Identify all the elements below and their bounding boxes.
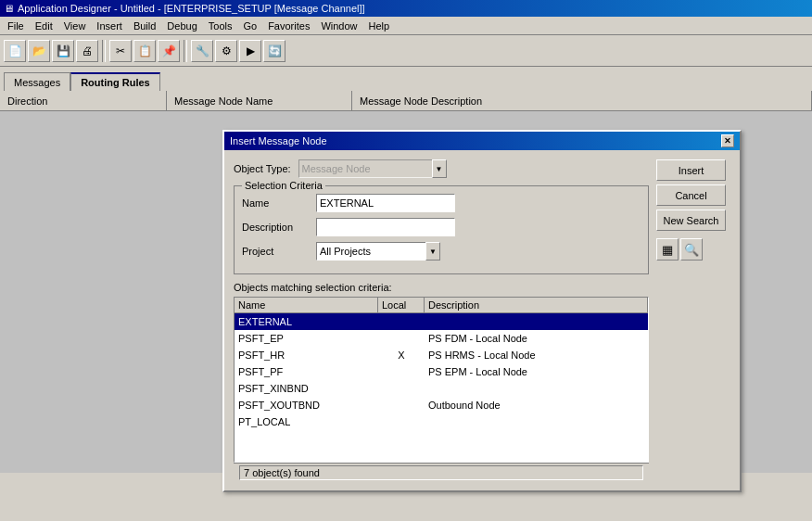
tab-routing-rules[interactable]: Routing Rules (70, 72, 160, 91)
project-select-wrapper: All Projects ▼ (316, 242, 440, 260)
row-description (425, 388, 648, 389)
row-name: EXTERNAL (235, 315, 378, 328)
row-description: Outbound Node (425, 399, 648, 412)
insert-message-node-dialog: Insert Message Node ✕ Object Type: Messa… (222, 130, 742, 492)
dialog-title-bar: Insert Message Node ✕ (224, 132, 740, 150)
dialog-left-panel: Object Type: Message Node ▼ Selection Cr… (234, 159, 649, 481)
obj-col-desc: Description (425, 298, 648, 312)
objects-table: Name Local Description EXTERNALPSFT_EPPS… (234, 297, 649, 463)
toolbar-paste[interactable]: 📌 (158, 40, 180, 62)
table-header: Direction Message Node Name Message Node… (0, 91, 812, 111)
row-name: PSFT_PF (235, 365, 378, 378)
menu-window[interactable]: Window (315, 19, 362, 33)
objects-matching-label: Objects matching selection criteria: (234, 282, 649, 293)
row-local (378, 388, 425, 389)
col-node-name: Message Node Name (167, 91, 352, 110)
table-row[interactable]: PSFT_HRXPS HRMS - Local Node (235, 347, 648, 363)
row-name: PSFT_XOUTBND (235, 399, 378, 412)
icon-btn-row: ▦ 🔍 (656, 238, 730, 260)
toolbar-btn7[interactable]: ▶ (239, 40, 261, 62)
toolbar-save[interactable]: 💾 (52, 40, 74, 62)
menu-file[interactable]: File (2, 19, 30, 33)
obj-col-local: Local (378, 298, 425, 312)
description-row: Description (242, 218, 641, 236)
row-local (378, 371, 425, 373)
row-name: PSFT_EP (235, 332, 378, 345)
row-local (378, 404, 425, 406)
project-select[interactable]: All Projects (316, 242, 440, 260)
name-row: Name (242, 194, 641, 212)
tab-messages[interactable]: Messages (4, 72, 70, 91)
object-type-label: Object Type: (234, 163, 291, 174)
table-row[interactable]: PSFT_EPPS FDM - Local Node (235, 330, 648, 347)
row-description: PS EPM - Local Node (425, 365, 648, 378)
col-node-desc: Message Node Description (352, 91, 812, 110)
toolbar-new[interactable]: 📄 (4, 40, 26, 62)
row-description (425, 321, 648, 323)
title-bar: 🖥 Application Designer - Untitled - [ENT… (0, 0, 812, 17)
row-description: PS FDM - Local Node (425, 332, 648, 345)
dialog-status-bar: 7 object(s) found (234, 463, 649, 481)
menu-debug[interactable]: Debug (161, 19, 202, 33)
name-label: Name (242, 197, 316, 209)
row-local (378, 337, 425, 339)
row-name: PSFT_HR (235, 349, 378, 362)
status-text: 7 object(s) found (239, 465, 643, 480)
row-description (425, 421, 648, 423)
toolbar-copy[interactable]: 📋 (133, 40, 156, 62)
table-row[interactable]: EXTERNAL (235, 313, 648, 330)
menu-view[interactable]: View (58, 19, 92, 33)
object-type-select-wrapper: Message Node ▼ (298, 159, 447, 178)
toolbar-print[interactable]: 🖨 (76, 40, 98, 62)
menu-bar: File Edit View Insert Build Debug Tools … (0, 17, 812, 35)
toolbar-btn5[interactable]: 🔧 (191, 40, 213, 62)
toolbar-btn6[interactable]: ⚙ (215, 40, 237, 62)
row-local (378, 421, 425, 423)
row-name: PT_LOCAL (235, 415, 378, 428)
toolbar-sep2 (184, 40, 187, 62)
objects-table-body[interactable]: EXTERNALPSFT_EPPS FDM - Local NodePSFT_H… (235, 313, 648, 462)
col-direction: Direction (0, 91, 167, 110)
menu-favorites[interactable]: Favorites (262, 19, 315, 33)
app-icon: 🖥 (4, 3, 14, 14)
toolbar-sep1 (102, 40, 106, 62)
new-search-button[interactable]: New Search (656, 210, 726, 231)
toolbar-btn8[interactable]: 🔄 (263, 40, 285, 62)
table-row[interactable]: PSFT_PFPS EPM - Local Node (235, 363, 648, 380)
objects-table-header: Name Local Description (235, 298, 648, 313)
insert-button[interactable]: Insert (656, 159, 726, 181)
table-row[interactable]: PSFT_XOUTBNDOutbound Node (235, 397, 648, 413)
toolbar-cut[interactable]: ✂ (109, 40, 132, 62)
dialog-title-text: Insert Message Node (230, 135, 327, 146)
menu-edit[interactable]: Edit (30, 19, 58, 33)
menu-tools[interactable]: Tools (203, 19, 238, 33)
project-label: Project (242, 246, 316, 257)
row-name: PSFT_XINBND (235, 382, 378, 395)
dialog-right-panel: Insert Cancel New Search ▦ 🔍 (656, 159, 730, 481)
menu-help[interactable]: Help (363, 19, 396, 33)
obj-col-name: Name (235, 298, 378, 312)
selection-criteria-group: Selection Criteria Name Description Proj… (234, 185, 649, 274)
description-input[interactable] (316, 218, 455, 236)
row-description: PS HRMS - Local Node (425, 349, 648, 362)
name-input[interactable] (316, 194, 455, 212)
tab-bar: Messages Routing Rules (0, 67, 812, 91)
table-row[interactable]: PSFT_XINBND (235, 380, 648, 397)
content-area: Insert Message Node ✕ Object Type: Messa… (0, 111, 812, 473)
table-row[interactable]: PT_LOCAL (235, 413, 648, 430)
object-type-select[interactable]: Message Node (298, 159, 447, 178)
toolbar-open[interactable]: 📂 (28, 40, 50, 62)
dialog-close-button[interactable]: ✕ (721, 134, 734, 147)
objects-matching-section: Objects matching selection criteria: Nam… (234, 282, 649, 463)
project-row: Project All Projects ▼ (242, 242, 641, 260)
menu-go[interactable]: Go (237, 19, 262, 33)
object-type-row: Object Type: Message Node ▼ (234, 159, 649, 178)
row-local: X (378, 349, 425, 362)
selection-criteria-legend: Selection Criteria (242, 180, 325, 191)
menu-build[interactable]: Build (128, 19, 161, 33)
search-icon-button[interactable]: 🔍 (680, 238, 703, 260)
grid-icon-button[interactable]: ▦ (656, 238, 679, 260)
cancel-button[interactable]: Cancel (656, 184, 726, 206)
menu-insert[interactable]: Insert (91, 19, 128, 33)
description-label: Description (242, 222, 316, 233)
